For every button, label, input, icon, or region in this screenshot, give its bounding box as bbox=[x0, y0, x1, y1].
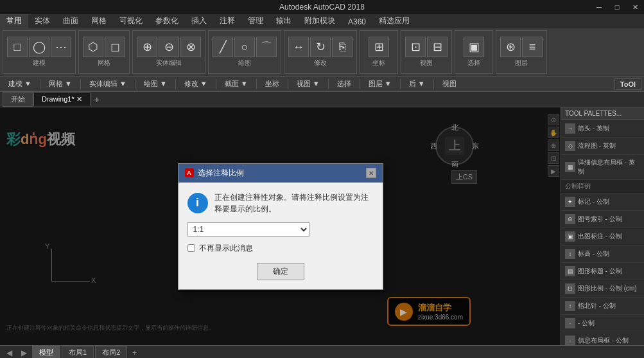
layout-tabs: ◀ ▶ 模型 布局1 布局2 + bbox=[0, 345, 644, 358]
palette-item-arrow[interactable]: → 箭头 - 英制 bbox=[561, 120, 644, 138]
dialog-info-icon: i bbox=[187, 193, 208, 213]
ribbon-view-label: 视图 bbox=[420, 58, 433, 67]
tab-start[interactable]: 开始 bbox=[3, 92, 33, 107]
toolbar-sep5 bbox=[216, 79, 216, 89]
palette-mark-label: 标记 - 公制 bbox=[578, 197, 609, 206]
layout-tab-layout2[interactable]: 布局2 bbox=[95, 346, 127, 358]
toolbar-modify[interactable]: 修改 ▼ bbox=[178, 77, 213, 91]
dialog-close-button[interactable]: ✕ bbox=[366, 168, 376, 178]
tab-params[interactable]: 参数化 bbox=[149, 13, 185, 28]
ribbon-btn-more[interactable]: ⋯ bbox=[51, 37, 71, 57]
layout-nav-left[interactable]: ◀ bbox=[3, 347, 16, 359]
toolbar-section[interactable]: 截面 ▼ bbox=[219, 77, 254, 91]
toolbar-select[interactable]: 选择 bbox=[331, 77, 357, 91]
ribbon-btn-arc[interactable]: ⌒ bbox=[256, 37, 277, 57]
ribbon-btn-copy[interactable]: ⎘ bbox=[332, 37, 352, 57]
layout-tab-layout1[interactable]: 布局1 bbox=[62, 346, 94, 358]
ribbon-draw-label: 绘图 bbox=[238, 58, 251, 67]
ribbon-btn-mesh1[interactable]: ⬡ bbox=[83, 37, 103, 57]
ribbon-btn-solid3[interactable]: ⊗ bbox=[180, 37, 201, 57]
ribbon-btn-cylinder[interactable]: ◯ bbox=[29, 37, 49, 57]
dialog-ok-button[interactable]: 确定 bbox=[257, 263, 304, 280]
tab-visualize[interactable]: 可视化 bbox=[113, 13, 149, 28]
tab-solid[interactable]: 实体 bbox=[28, 13, 57, 28]
ribbon-group-draw: ╱ ○ ⌒ 绘图 bbox=[208, 30, 281, 74]
tab-mesh[interactable]: 网格 bbox=[85, 13, 113, 28]
ribbon-btn-circle[interactable]: ○ bbox=[234, 37, 255, 57]
palette-item-north[interactable]: ↑ 指北针 - 公制 bbox=[561, 298, 644, 315]
tab-annotate[interactable]: 注释 bbox=[213, 13, 241, 28]
tab-manage[interactable]: 管理 bbox=[241, 13, 270, 28]
annotation-scale-dropdown[interactable]: 1:1 1:2 1:5 1:10 1:20 bbox=[187, 222, 309, 237]
palette-misc2-label: 信息布局框 - 公制 bbox=[578, 336, 629, 345]
toolbar-sep9 bbox=[360, 79, 360, 89]
palette-item-scale[interactable]: ⊡ 图形比例 - 公制 (cm) bbox=[561, 280, 644, 298]
palette-item-elevation[interactable]: ↕ 标高 - 公制 bbox=[561, 246, 644, 263]
palette-item-detail[interactable]: ▦ 详细信息布局框 - 英制 bbox=[561, 155, 644, 180]
ribbon-row-select: ▣ bbox=[464, 37, 484, 57]
tab-a360[interactable]: A360 bbox=[342, 15, 372, 28]
tab-common[interactable]: 常用 bbox=[0, 12, 28, 28]
palette-item-mark[interactable]: ✦ 标记 - 公制 bbox=[561, 193, 644, 211]
palette-item-misc2[interactable]: · 信息布局框 - 公制 bbox=[561, 332, 644, 345]
palette-misc2-icon: · bbox=[565, 336, 575, 345]
palette-title-label: 图形标题 - 公制 bbox=[578, 267, 622, 276]
toolbar-mesh[interactable]: 网格 ▼ bbox=[43, 77, 78, 91]
ribbon-btn-layer2[interactable]: ≡ bbox=[522, 37, 543, 57]
ribbon-group-layer: ⊛ ≡ 图层 bbox=[496, 30, 547, 74]
toolbar-coordinate[interactable]: 坐标 bbox=[259, 77, 285, 91]
tab-drawing1[interactable]: Drawing1* ✕ bbox=[33, 93, 91, 106]
layout-nav-right[interactable]: ▶ bbox=[17, 347, 31, 359]
ribbon-btn-solid1[interactable]: ⊕ bbox=[137, 37, 157, 57]
tab-addons[interactable]: 附加模块 bbox=[298, 13, 342, 28]
ribbon-btn-layer[interactable]: ⊛ bbox=[500, 37, 521, 57]
layout-tab-model[interactable]: 模型 bbox=[32, 346, 60, 358]
palette-title-icon: ▤ bbox=[565, 266, 575, 276]
palette-flowchart-icon: ◇ bbox=[565, 141, 575, 151]
ribbon-btn-mesh2[interactable]: ◻ bbox=[105, 37, 125, 57]
palette-item-flowchart[interactable]: ◇ 流程图 - 英制 bbox=[561, 138, 644, 155]
ribbon-btn-coord[interactable]: ⊞ bbox=[369, 37, 389, 57]
toolbar-view[interactable]: 视图 bbox=[437, 77, 462, 91]
ribbon-btn-view2[interactable]: ⊟ bbox=[427, 37, 448, 57]
ribbon-btn-view1[interactable]: ⊡ bbox=[405, 37, 426, 57]
tab-featured[interactable]: 精选应用 bbox=[372, 13, 416, 28]
ribbon-btn-box[interactable]: □ bbox=[7, 37, 28, 57]
close-button[interactable]: ✕ bbox=[626, 0, 644, 14]
ribbon-tabs: 常用 实体 曲面 网格 可视化 参数化 插入 注释 管理 输出 附加模块 A36… bbox=[0, 14, 644, 28]
palette-item-title[interactable]: ▤ 图形标题 - 公制 bbox=[561, 263, 644, 280]
minimize-button[interactable]: ─ bbox=[590, 0, 608, 14]
tab-insert[interactable]: 插入 bbox=[185, 13, 213, 28]
toolbar-layer[interactable]: 图层 ▼ bbox=[363, 77, 397, 91]
add-tab-button[interactable]: + bbox=[91, 93, 103, 106]
ribbon-btn-rotate[interactable]: ↻ bbox=[310, 37, 331, 57]
palette-item-index[interactable]: ⊙ 图号索引 - 公制 bbox=[561, 211, 644, 228]
palette-elevation-label: 标高 - 公制 bbox=[578, 249, 609, 258]
palette-drawing-label: 出图标注 - 公制 bbox=[578, 232, 622, 241]
palette-item-drawing-label[interactable]: ▣ 出图标注 - 公制 bbox=[561, 228, 644, 246]
toolbar-after[interactable]: 后 ▼ bbox=[403, 77, 431, 91]
toolbar-solid-edit[interactable]: 实体编辑 ▼ bbox=[83, 77, 132, 91]
ribbon-row-draw: ╱ ○ ⌒ bbox=[213, 37, 277, 57]
dialog-info-row: i 正在创建注释性对象。请将注释比例设置为注释要显示的比例。 bbox=[187, 192, 374, 215]
toolbar-sep4 bbox=[175, 79, 176, 89]
toolbar-modeling[interactable]: 建模 ▼ bbox=[3, 77, 37, 91]
maximize-button[interactable]: □ bbox=[608, 0, 626, 14]
tab-output[interactable]: 输出 bbox=[270, 13, 298, 28]
tab-surface[interactable]: 曲面 bbox=[57, 13, 85, 28]
ribbon-btn-move[interactable]: ↔ bbox=[288, 37, 309, 57]
dont-show-again-label[interactable]: 不再显示此消息 bbox=[199, 243, 253, 254]
ribbon-btn-line[interactable]: ╱ bbox=[213, 37, 233, 57]
ribbon-group-view: ⊡ ⊟ 视图 bbox=[401, 30, 452, 74]
toolbar-sep2 bbox=[80, 79, 81, 89]
ribbon-group-modeling: □ ◯ ⋯ 建模 bbox=[3, 30, 76, 74]
ribbon-row: □ ◯ ⋯ bbox=[7, 37, 71, 57]
layout-tab-add[interactable]: + bbox=[128, 347, 141, 359]
ribbon-btn-select[interactable]: ▣ bbox=[464, 37, 484, 57]
palette-item-misc1[interactable]: · - 公制 bbox=[561, 315, 644, 332]
dont-show-again-checkbox[interactable] bbox=[187, 244, 195, 252]
toolbar-view-dropdown[interactable]: 视图 ▼ bbox=[291, 77, 326, 91]
palette-elevation-icon: ↕ bbox=[565, 249, 575, 259]
toolbar-draw[interactable]: 绘图 ▼ bbox=[138, 77, 173, 91]
ribbon-btn-solid2[interactable]: ⊖ bbox=[159, 37, 179, 57]
